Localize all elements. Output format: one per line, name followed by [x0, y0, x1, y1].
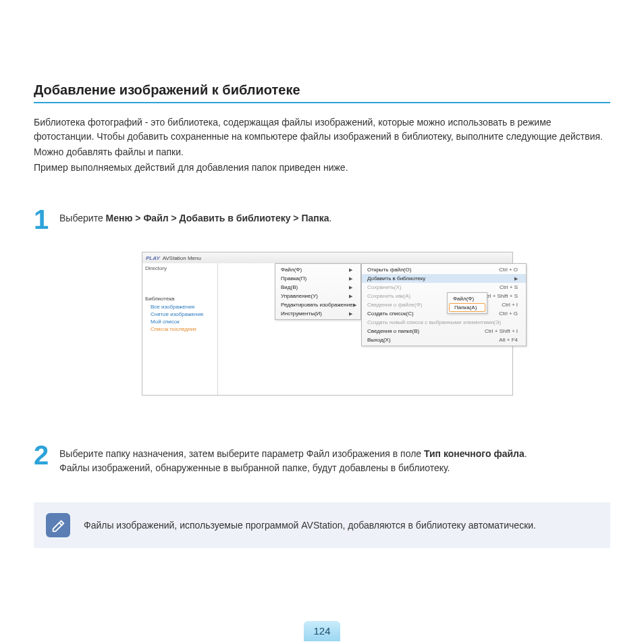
step-2: 2 Выберите папку назначения, затем выбер…: [34, 443, 610, 475]
sidebar-library-label: Библиотека: [145, 296, 215, 302]
sidebar-item[interactable]: Мой список: [145, 318, 215, 325]
step2-text: Выберите папку назначения, затем выберит…: [59, 448, 424, 459]
sidebar-item-active[interactable]: Список последних: [145, 325, 215, 333]
menu2-item[interactable]: Сведения о папке(В)Ctrl + Shift + I: [362, 327, 526, 336]
menu-shortcut: Ctrl + I: [488, 302, 518, 308]
step-body: Выберите папку назначения, затем выберит…: [59, 443, 610, 475]
app-body: Directory Библиотека Все изображения Сня…: [142, 263, 512, 395]
section-heading: Добавление изображений к библиотеке: [34, 82, 610, 103]
chevron-right-icon: ▶: [349, 294, 352, 299]
intro-line: Пример выполняемых действий для добавлен…: [34, 161, 610, 175]
menu-label: Сохранить(Х): [367, 284, 401, 290]
sidebar-directory-label: Directory: [145, 265, 215, 271]
intro-line: Библиотека фотографий - это библиотека, …: [34, 115, 610, 144]
menu1-item[interactable]: Файл(Ф)▶: [275, 265, 360, 274]
menu-label: Создать новый список с выбранными элемен…: [367, 319, 501, 325]
chevron-right-icon: ▶: [353, 302, 356, 308]
note-icon: [46, 513, 70, 537]
menu2-item: Сохранить(Х)Ctrl + S: [362, 283, 526, 292]
menu-label: Папка(А): [454, 304, 477, 311]
intro-block: Библиотека фотографий - это библиотека, …: [34, 115, 610, 175]
menu-label: Сведения о папке(В): [367, 328, 419, 334]
menu-label: Управление(У): [281, 293, 318, 299]
menu-shortcut: Ctrl + S: [486, 284, 518, 290]
menu2-item[interactable]: Открыть файл(О)Ctrl + O: [362, 265, 526, 274]
menu2-item: Сохранить как(А)Ctrl + Shift + S: [362, 292, 526, 300]
app-titlebar: PLAY AVStation Menu: [142, 252, 512, 263]
menu1-item[interactable]: Вид(В)▶: [275, 283, 360, 292]
menu3-item[interactable]: Файл(Ф): [448, 294, 487, 303]
menu1-item[interactable]: Редактировать изображение▶: [275, 300, 360, 309]
note-box: Файлы изображений, используемые программ…: [34, 502, 610, 548]
context-menu-3: Файл(Ф) Папка(А): [447, 292, 487, 314]
menu2-item-highlight[interactable]: Добавить в библиотеку▶: [362, 274, 526, 283]
menu-label: Выход(Х): [367, 337, 391, 343]
steps-block: 1 Выберите Меню > Файл > Добавить в библ…: [34, 207, 610, 475]
step1-bold: Меню > Файл > Добавить в библиотеку > Па…: [106, 213, 329, 223]
context-menu-1: Файл(Ф)▶ Правка(П)▶ Вид(В)▶ Управление(У…: [275, 263, 361, 320]
menu-shortcut: Ctrl + Shift + I: [471, 328, 518, 334]
chevron-right-icon: ▶: [349, 285, 352, 290]
menu-label: Файл(Ф): [281, 267, 302, 273]
menu-label: Файл(Ф): [453, 296, 474, 302]
menu-label: Добавить в библиотеку: [367, 275, 425, 281]
step1-pre: Выберите: [59, 213, 106, 223]
note-text: Файлы изображений, используемые программ…: [84, 518, 536, 532]
menu2-item: Сведения о файле(Ф)Ctrl + I: [362, 300, 526, 309]
sidebar-item[interactable]: Снятое изображение: [145, 311, 215, 318]
chevron-right-icon: ▶: [349, 311, 352, 317]
app-logo: PLAY: [146, 255, 160, 261]
menu-label: Открыть файл(О): [367, 267, 411, 273]
step1-post: .: [329, 213, 332, 223]
page-number: 124: [304, 621, 340, 641]
menu2-item[interactable]: Выход(Х)Alt + F4: [362, 336, 526, 344]
step2-text: .: [525, 448, 527, 459]
step-body: Выберите Меню > Файл > Добавить в библио…: [59, 207, 610, 225]
menu-shortcut: Alt + F4: [485, 337, 518, 343]
chevron-right-icon: ▶: [514, 276, 518, 281]
step-number: 1: [34, 207, 51, 232]
menu-label: Правка(П): [281, 275, 306, 281]
menu1-item[interactable]: Управление(У)▶: [275, 292, 360, 300]
chevron-right-icon: ▶: [349, 276, 352, 281]
menu3-item-highlight[interactable]: Папка(А): [449, 303, 485, 312]
menu-label: Сведения о файле(Ф): [367, 302, 422, 308]
app-window: PLAY AVStation Menu Directory Библиотека…: [142, 252, 513, 396]
menu-label: Создать список(С): [367, 311, 414, 317]
menu2-item[interactable]: Создать список(С)Ctrl + G: [362, 309, 526, 318]
step2-bold: Тип конечного файла: [424, 448, 525, 459]
intro-line: Можно добавлять файлы и папки.: [34, 145, 610, 159]
sidebar: Directory Библиотека Все изображения Сня…: [142, 263, 218, 395]
menu-shortcut: Ctrl + O: [485, 267, 518, 273]
menu-label: Редактировать изображение: [281, 302, 353, 308]
menu-label: Инструменты(И): [281, 311, 322, 317]
step-number: 2: [34, 443, 51, 467]
menu-shortcut: Ctrl + G: [485, 311, 518, 317]
main-area: Файл(Ф)▶ Правка(П)▶ Вид(В)▶ Управление(У…: [218, 263, 512, 395]
context-menu-2: Открыть файл(О)Ctrl + O Добавить в библи…: [361, 263, 527, 346]
screenshot: PLAY AVStation Menu Directory Библиотека…: [142, 252, 610, 396]
menu-label: Вид(В): [281, 284, 298, 290]
menu1-item[interactable]: Правка(П)▶: [275, 274, 360, 283]
sidebar-item[interactable]: Все изображения: [145, 303, 215, 311]
app-title: AVStation Menu: [163, 255, 201, 261]
menu1-item[interactable]: Инструменты(И)▶: [275, 309, 360, 318]
step-1: 1 Выберите Меню > Файл > Добавить в библ…: [34, 207, 610, 232]
chevron-right-icon: ▶: [349, 267, 352, 273]
step2-line2: Файлы изображений, обнаруженные в выбран…: [59, 462, 450, 473]
menu2-item: Создать новый список с выбранными элемен…: [362, 318, 526, 327]
menu-label: Сохранить как(А): [367, 293, 410, 299]
